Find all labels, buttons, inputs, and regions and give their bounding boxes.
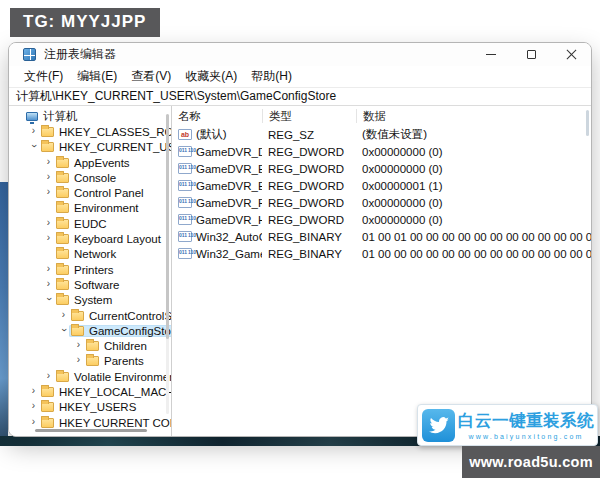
- chevron-right-icon[interactable]: ›: [28, 417, 39, 427]
- tree-item-keyboard-layout[interactable]: ›Keyboard Layout: [9, 231, 171, 246]
- chevron-right-icon[interactable]: ›: [73, 355, 84, 365]
- chevron-right-icon[interactable]: ›: [43, 187, 54, 197]
- tree-node[interactable]: Keyboard Layout: [54, 233, 164, 245]
- value-name-cell[interactable]: 011 110GameDVR_EFS...: [172, 163, 262, 175]
- tree-item-parents[interactable]: ›Parents: [9, 354, 171, 369]
- minimize-button[interactable]: [471, 43, 511, 66]
- tree-node[interactable]: HKEY_USERS: [39, 401, 139, 413]
- baiyun-watermark-text: 白云一键重装系统 www.baiyunxitong.com: [459, 410, 593, 440]
- tree-node[interactable]: Volatile Environment: [54, 371, 172, 383]
- chevron-right-icon[interactable]: ›: [43, 279, 54, 289]
- tree-item-label: HKEY_CURRENT_USER: [59, 141, 172, 153]
- value-row[interactable]: ab(默认)REG_SZ(数值未设置): [172, 126, 591, 143]
- tree-item-eudc[interactable]: ›EUDC: [9, 216, 171, 231]
- tree-item-hkey-users[interactable]: ›HKEY_USERS: [9, 400, 171, 415]
- tree-item-printers[interactable]: ›Printers: [9, 262, 171, 277]
- tree-vertical-scrollbar-thumb[interactable]: [166, 114, 169, 339]
- tree-item-currentcontrolset[interactable]: ›CurrentControlSet: [9, 308, 171, 323]
- chevron-right-icon[interactable]: ›: [43, 371, 54, 381]
- value-row[interactable]: 011 110GameDVR_Ena...REG_DWORD0x00000001…: [172, 177, 591, 194]
- chevron-right-icon[interactable]: ›: [58, 310, 69, 320]
- tree-node[interactable]: EUDC: [54, 218, 110, 230]
- value-name-cell[interactable]: 011 110Win32_AutoGa...: [172, 231, 262, 243]
- list-vertical-scrollbar[interactable]: [586, 110, 589, 136]
- tree-node[interactable]: HKEY_CURRENT_USER: [39, 141, 172, 153]
- tree-node[interactable]: Parents: [84, 355, 147, 367]
- tree-node[interactable]: Control Panel: [54, 187, 147, 199]
- tree-item-network[interactable]: ›Network: [9, 247, 171, 262]
- value-name-cell[interactable]: 011 110GameDVR_Ena...: [172, 180, 262, 192]
- chevron-right-icon[interactable]: ›: [28, 386, 39, 396]
- tree-item-hkey-current-config[interactable]: ›HKEY CURRENT CONFIG: [9, 415, 171, 430]
- chevron-down-icon[interactable]: ›: [29, 141, 39, 152]
- value-name-cell[interactable]: ab(默认): [172, 127, 262, 142]
- tree-node[interactable]: Printers: [54, 264, 117, 276]
- tree-item-software[interactable]: ›Software: [9, 277, 171, 292]
- tree-node[interactable]: Console: [54, 172, 119, 184]
- tree-vertical-scrollbar[interactable]: [166, 114, 169, 414]
- value-row[interactable]: 011 110GameDVR_DX...REG_DWORD0x00000000 …: [172, 143, 591, 160]
- tree-node[interactable]: System: [54, 294, 115, 306]
- value-row[interactable]: 011 110Win32_GameM...REG_BINARY01 00 00 …: [172, 245, 591, 262]
- tree-node[interactable]: Children: [84, 340, 150, 352]
- tree-item-control-panel[interactable]: ›Control Panel: [9, 185, 171, 200]
- value-row[interactable]: 011 110GameDVR_EFS...REG_DWORD0x00000000…: [172, 160, 591, 177]
- title-bar[interactable]: 注册表编辑器: [9, 43, 591, 66]
- tree-node[interactable]: 计算机: [24, 109, 81, 124]
- column-header-data[interactable]: 数据: [356, 109, 591, 123]
- value-name-cell[interactable]: 011 110GameDVR_Ho...: [172, 214, 262, 226]
- tree-item-label: Children: [104, 340, 147, 352]
- menu-help[interactable]: 帮助(H): [244, 66, 299, 87]
- tree-item-label: HKEY_CLASSES_ROOT: [59, 126, 172, 138]
- registry-tree-pane[interactable]: ›计算机›HKEY_CLASSES_ROOT›HKEY_CURRENT_USER…: [9, 106, 172, 436]
- column-header-type[interactable]: 类型: [262, 109, 356, 123]
- tree-node[interactable]: CurrentControlSet: [69, 310, 172, 322]
- tree-item-environment[interactable]: ›Environment: [9, 201, 171, 216]
- chevron-down-icon[interactable]: ›: [44, 294, 54, 305]
- tree-node[interactable]: Software: [54, 279, 122, 291]
- chevron-right-icon[interactable]: ›: [43, 264, 54, 274]
- tree-item-hkey-classes-root[interactable]: ›HKEY_CLASSES_ROOT: [9, 124, 171, 139]
- registry-value-list[interactable]: 名称 类型 数据 ab(默认)REG_SZ(数值未设置)011 110GameD…: [172, 106, 591, 436]
- tree-node[interactable]: Network: [54, 248, 119, 260]
- tree-node[interactable]: HKEY_LOCAL_MACHINE: [39, 386, 172, 398]
- chevron-right-icon[interactable]: ›: [43, 233, 54, 243]
- menu-edit[interactable]: 编辑(E): [70, 66, 124, 87]
- value-name-cell[interactable]: 011 110GameDVR_FSE...: [172, 197, 262, 209]
- value-row[interactable]: 011 110Win32_AutoGa...REG_BINARY01 00 01…: [172, 228, 591, 245]
- tree-item--[interactable]: ›计算机: [9, 109, 171, 124]
- tree-node[interactable]: AppEvents: [54, 157, 133, 169]
- tree-horizontal-scrollbar[interactable]: [35, 429, 147, 432]
- tree-node[interactable]: Environment: [54, 202, 142, 214]
- tree-node[interactable]: HKEY CURRENT CONFIG: [39, 417, 172, 429]
- folder-icon: [41, 418, 54, 428]
- tree-item-children[interactable]: ›Children: [9, 338, 171, 353]
- value-name-cell[interactable]: 011 110GameDVR_DX...: [172, 146, 262, 158]
- maximize-button[interactable]: [511, 43, 551, 66]
- chevron-right-icon[interactable]: ›: [73, 340, 84, 350]
- chevron-right-icon[interactable]: ›: [43, 218, 54, 228]
- tree-node[interactable]: HKEY_CLASSES_ROOT: [39, 126, 172, 138]
- chevron-right-icon[interactable]: ›: [43, 172, 54, 182]
- tree-item-gameconfigstore[interactable]: ›GameConfigStore: [9, 323, 171, 338]
- menu-view[interactable]: 查看(V): [124, 66, 178, 87]
- tree-node[interactable]: GameConfigStore: [69, 325, 172, 337]
- close-button[interactable]: [551, 43, 591, 66]
- value-row[interactable]: 011 110GameDVR_Ho...REG_DWORD0x00000000 …: [172, 211, 591, 228]
- chevron-right-icon[interactable]: ›: [28, 401, 39, 411]
- value-name-cell[interactable]: 011 110Win32_GameM...: [172, 248, 262, 260]
- tree-item-volatile-environment[interactable]: ›Volatile Environment: [9, 369, 171, 384]
- menu-file[interactable]: 文件(F): [17, 66, 70, 87]
- tree-item-system[interactable]: ›System: [9, 293, 171, 308]
- tree-item-console[interactable]: ›Console: [9, 170, 171, 185]
- chevron-right-icon[interactable]: ›: [28, 126, 39, 136]
- tree-item-hkey-current-user[interactable]: ›HKEY_CURRENT_USER: [9, 140, 171, 155]
- tree-item-hkey-local-machine[interactable]: ›HKEY_LOCAL_MACHINE: [9, 384, 171, 399]
- chevron-down-icon[interactable]: ›: [59, 324, 69, 335]
- menu-favorites[interactable]: 收藏夹(A): [178, 66, 244, 87]
- value-row[interactable]: 011 110GameDVR_FSE...REG_DWORD0x00000000…: [172, 194, 591, 211]
- chevron-right-icon[interactable]: ›: [43, 157, 54, 167]
- column-header-name[interactable]: 名称: [172, 109, 262, 123]
- tree-item-appevents[interactable]: ›AppEvents: [9, 155, 171, 170]
- address-bar[interactable]: 计算机\HKEY_CURRENT_USER\System\GameConfigS…: [9, 87, 591, 106]
